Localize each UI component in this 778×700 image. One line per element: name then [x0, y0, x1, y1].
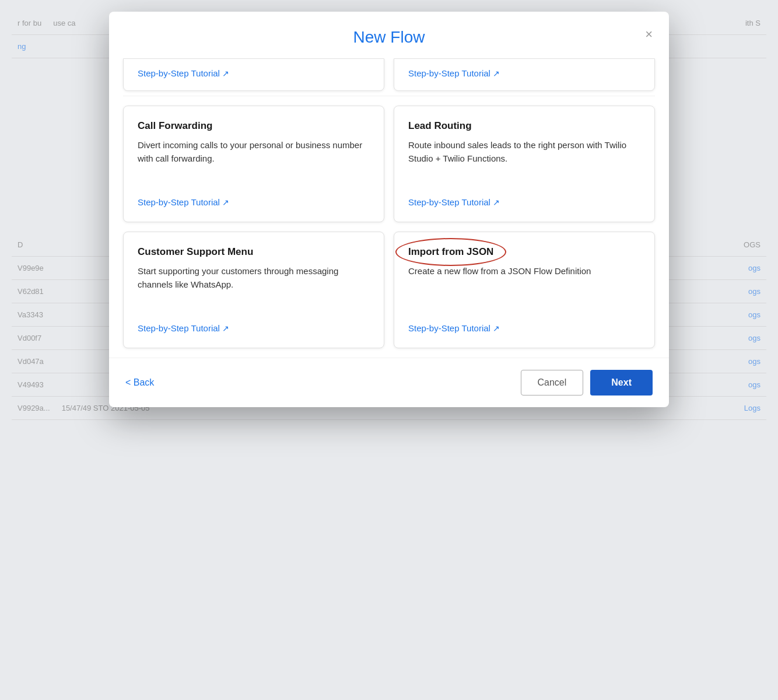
card-customer-support-description: Start supporting your customers through … [138, 265, 370, 312]
card-call-forwarding-link[interactable]: Step-by-Step Tutorial ↗ [138, 197, 229, 207]
card-lead-routing-title: Lead Routing [408, 120, 640, 132]
cancel-button[interactable]: Cancel [521, 370, 584, 396]
card-partial-right-link[interactable]: Step-by-Step Tutorial ↗ [408, 68, 500, 78]
modal-header: New Flow × [109, 12, 669, 58]
card-lead-routing[interactable]: Lead Routing Route inbound sales leads t… [394, 106, 655, 222]
card-call-forwarding-description: Divert incoming calls to your personal o… [138, 139, 370, 186]
external-link-icon: ↗ [222, 69, 229, 78]
new-flow-modal: New Flow × Step-by-Step Tutorial ↗ Step-… [109, 12, 669, 407]
card-lead-routing-description: Route inbound sales leads to the right p… [408, 139, 640, 186]
footer-actions: Cancel Next [521, 370, 653, 396]
cards-grid: Call Forwarding Divert incoming calls to… [123, 101, 655, 348]
card-partial-left-link[interactable]: Step-by-Step Tutorial ↗ [138, 68, 229, 78]
card-partial-right[interactable]: Step-by-Step Tutorial ↗ [394, 58, 655, 91]
import-json-title-wrapper: Import from JSON [408, 246, 493, 258]
close-button[interactable]: × [643, 26, 655, 43]
card-customer-support[interactable]: Customer Support Menu Start supporting y… [123, 232, 384, 348]
next-button[interactable]: Next [590, 370, 653, 396]
modal-title: New Flow [353, 28, 425, 47]
card-import-json-link[interactable]: Step-by-Step Tutorial ↗ [408, 323, 500, 333]
modal-footer: < Back Cancel Next [109, 358, 669, 407]
modal-body: Step-by-Step Tutorial ↗ Step-by-Step Tut… [109, 58, 669, 358]
card-customer-support-title: Customer Support Menu [138, 246, 370, 258]
external-link-icon-2: ↗ [493, 69, 500, 78]
external-link-icon-4: ↗ [493, 198, 500, 207]
card-import-json-description: Create a new flow from a JSON Flow Defin… [408, 265, 640, 312]
card-lead-routing-link[interactable]: Step-by-Step Tutorial ↗ [408, 197, 500, 207]
card-import-json[interactable]: Import from JSON Create a new flow from … [394, 232, 655, 348]
back-button[interactable]: < Back [125, 377, 154, 388]
card-call-forwarding-title: Call Forwarding [138, 120, 370, 132]
external-link-icon-6: ↗ [493, 324, 500, 333]
card-customer-support-link[interactable]: Step-by-Step Tutorial ↗ [138, 323, 229, 333]
card-import-json-title: Import from JSON [408, 246, 640, 258]
external-link-icon-3: ↗ [222, 198, 229, 207]
partial-cards-row: Step-by-Step Tutorial ↗ Step-by-Step Tut… [123, 58, 655, 96]
modal-backdrop: New Flow × Step-by-Step Tutorial ↗ Step-… [0, 0, 778, 700]
card-call-forwarding[interactable]: Call Forwarding Divert incoming calls to… [123, 106, 384, 222]
card-partial-left[interactable]: Step-by-Step Tutorial ↗ [123, 58, 384, 91]
external-link-icon-5: ↗ [222, 324, 229, 333]
